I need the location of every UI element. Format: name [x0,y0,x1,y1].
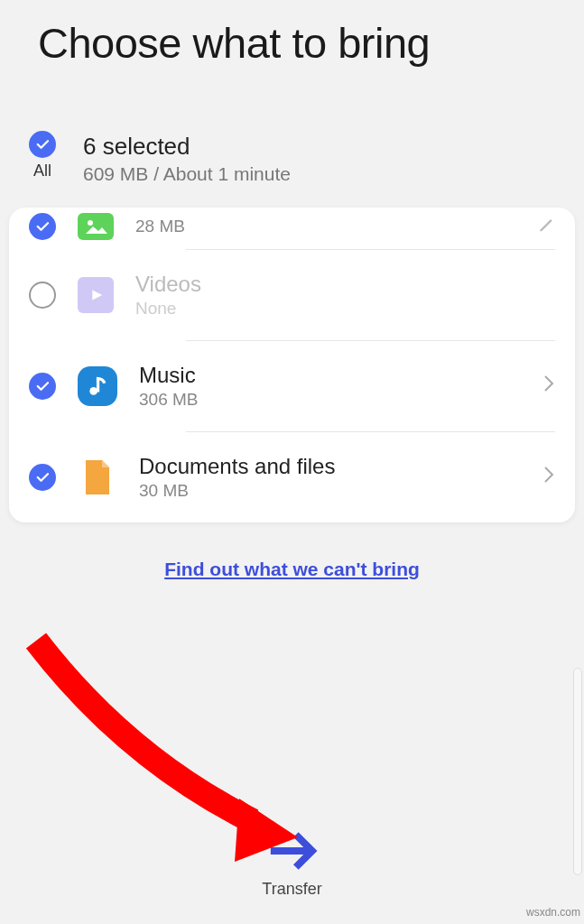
document-icon [78,457,117,497]
info-link-row: Find out what we can't bring [0,559,584,580]
item-sub: 28 MB [135,217,515,236]
item-body: Music 306 MB [139,357,521,415]
edit-icon[interactable] [537,215,555,238]
page-title: Choose what to bring [38,18,546,68]
svg-rect-2 [97,378,99,392]
item-body: 28 MB [135,211,515,242]
chevron-right-icon[interactable] [542,374,555,399]
item-body: Videos None [135,266,555,324]
selection-summary: All 6 selected 609 MB / About 1 minute [0,122,584,208]
selected-meta: 609 MB / About 1 minute [83,163,291,185]
item-title: Videos [135,272,555,297]
svg-point-1 [89,387,97,395]
list-item[interactable]: Music 306 MB [9,341,575,431]
list-item[interactable]: Videos None [9,250,575,340]
scrollbar[interactable] [573,668,582,875]
list-item[interactable]: Documents and files 30 MB [9,432,575,522]
item-sub: None [135,299,555,319]
summary-text: 6 selected 609 MB / About 1 minute [83,131,291,185]
check-icon[interactable] [29,213,56,240]
music-icon [78,366,117,406]
check-icon[interactable] [29,373,56,400]
select-all[interactable]: All [29,131,56,180]
all-label: All [33,162,51,180]
video-icon [78,277,114,313]
item-title: Documents and files [139,454,521,479]
watermark: wsxdn.com [526,906,580,919]
header: Choose what to bring [0,0,584,122]
check-icon [29,131,56,158]
image-icon [78,213,114,240]
item-sub: 30 MB [139,481,521,501]
item-body: Documents and files 30 MB [139,448,521,506]
list-item[interactable]: 28 MB [9,208,575,249]
unchecked-icon[interactable] [29,282,56,309]
transfer-label: Transfer [262,880,321,899]
check-icon[interactable] [29,464,56,491]
transfer-button[interactable]: Transfer [262,827,321,899]
arrow-right-icon [264,827,319,874]
item-title: Music [139,363,521,388]
item-card: 28 MB Videos None Music 306 [9,208,575,522]
cant-bring-link[interactable]: Find out what we can't bring [164,559,420,579]
chevron-right-icon[interactable] [542,465,555,490]
svg-point-0 [88,220,93,226]
item-sub: 306 MB [139,390,521,410]
selected-count: 6 selected [83,133,291,161]
